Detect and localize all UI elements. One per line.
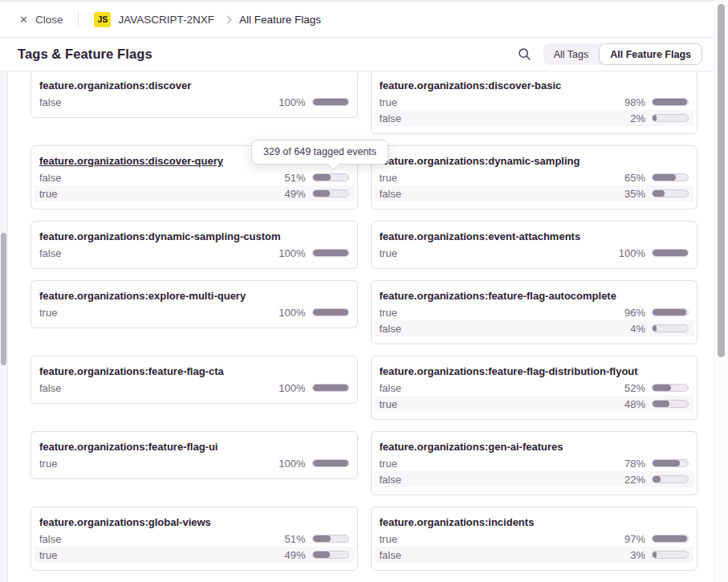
feature-flag-card: feature.organizations:feature-flag-autoc…: [371, 280, 698, 344]
flag-value-label: false: [380, 112, 614, 124]
close-icon: ✕: [19, 14, 28, 25]
feature-flag-card: feature.organizations:feature-flag-uitru…: [31, 431, 358, 479]
flag-value-percent: 100%: [274, 458, 306, 470]
right-scrollbar-track[interactable]: [714, 0, 728, 582]
flag-value-label: true: [39, 307, 274, 319]
flag-distribution-bar: [312, 98, 349, 106]
flag-distribution-bar: [652, 98, 689, 106]
chevron-right-icon: [224, 15, 232, 23]
flag-distribution-bar-fill: [653, 401, 669, 407]
flag-value-row: false2%: [375, 110, 694, 126]
feature-flag-name[interactable]: feature.organizations:feature-flag-autoc…: [380, 288, 689, 304]
feature-flag-name[interactable]: feature.organizations:discover-basic: [380, 78, 689, 94]
flag-distribution-bar: [652, 249, 689, 257]
flag-distribution-bar: [652, 173, 689, 181]
flag-value-row: true96%: [375, 304, 694, 320]
flag-value-label: true: [380, 247, 614, 259]
flag-distribution-bar: [312, 189, 349, 197]
feature-flag-name[interactable]: feature.organizations:discover: [39, 78, 349, 94]
flag-value-label: true: [39, 549, 274, 561]
flag-value-label: true: [380, 172, 614, 184]
left-scrollbar-thumb[interactable]: [1, 233, 6, 365]
flag-value-label: false: [380, 188, 614, 200]
feature-flag-name[interactable]: feature.organizations:gen-ai-features: [380, 439, 689, 455]
search-button[interactable]: [516, 46, 533, 63]
flag-value-label: true: [39, 188, 274, 200]
flag-distribution-bar: [312, 551, 349, 559]
flag-value-row: true98%: [375, 94, 694, 110]
right-scrollbar-thumb[interactable]: [718, 4, 725, 357]
flag-distribution-bar-fill: [313, 460, 348, 466]
flag-value-percent: 51%: [274, 172, 306, 184]
flag-value-label: true: [380, 307, 614, 319]
feature-flag-name[interactable]: feature.organizations:event-attachments: [380, 229, 689, 245]
close-button[interactable]: ✕ Close: [19, 14, 63, 26]
left-scrollbar-track[interactable]: [0, 72, 8, 582]
flag-distribution-bar-fill: [653, 99, 687, 105]
flag-distribution-bar-fill: [313, 535, 331, 542]
topbar-divider: [78, 10, 79, 28]
feature-flag-name[interactable]: feature.organizations:feature-flag-distr…: [380, 364, 689, 380]
feature-flag-card: feature.organizations:feature-flag-distr…: [371, 356, 698, 420]
flag-value-percent: 22%: [613, 474, 645, 486]
flag-value-row: true100%: [375, 245, 694, 261]
flag-value-label: false: [380, 549, 614, 561]
flag-distribution-bar: [652, 535, 689, 543]
javascript-platform-icon: JS: [94, 12, 111, 27]
feature-flag-card: feature.organizations:incidentstrue97%fa…: [371, 507, 698, 571]
flag-value-label: false: [380, 323, 614, 335]
feature-flag-name[interactable]: feature.organizations:feature-flag-ui: [39, 439, 349, 455]
flag-distribution-bar: [312, 308, 349, 316]
flag-value-row: true97%: [375, 531, 694, 547]
feature-flag-card: feature.organizations:event-attachmentst…: [371, 221, 698, 269]
flag-value-label: false: [380, 382, 614, 394]
search-icon: [518, 47, 531, 61]
flag-value-percent: 100%: [274, 382, 306, 394]
flag-value-label: false: [39, 247, 274, 259]
flag-value-row: false22%: [375, 471, 694, 487]
feature-flag-name[interactable]: feature.organizations:global-views: [39, 515, 349, 531]
flag-distribution-bar: [652, 189, 689, 197]
flag-value-percent: 35%: [613, 188, 645, 200]
flag-value-row: false51%: [35, 531, 354, 547]
flag-value-percent: 100%: [613, 247, 645, 259]
flag-value-row: true49%: [35, 185, 354, 201]
flag-distribution-bar-fill: [313, 174, 331, 181]
feature-flag-name[interactable]: feature.organizations:incidents: [380, 515, 689, 531]
breadcrumb-project[interactable]: JAVASCRIPT-2NXF: [118, 14, 214, 26]
flag-distribution-bar-fill: [313, 551, 331, 558]
flag-value-percent: 3%: [613, 549, 645, 561]
tab-all-feature-flags[interactable]: All Feature Flags: [599, 43, 702, 65]
flag-value-row: false35%: [375, 185, 694, 201]
flag-value-label: true: [380, 458, 614, 470]
feature-flag-card: feature.organizations:discoverfalse100%: [31, 72, 358, 118]
flag-value-row: true48%: [375, 396, 694, 412]
flag-distribution-bar-fill: [653, 250, 688, 256]
flag-value-percent: 2%: [613, 112, 645, 124]
flag-distribution-bar: [652, 324, 689, 332]
flag-value-label: true: [39, 458, 274, 470]
flag-distribution-bar-fill: [653, 476, 661, 482]
feature-flag-card: feature.organizations:global-viewsfalse5…: [31, 507, 358, 571]
flag-value-row: false100%: [35, 245, 354, 261]
flag-value-row: false100%: [35, 94, 354, 110]
feature-flag-card: feature.organizations:explore-multi-quer…: [31, 280, 358, 328]
feature-flag-name[interactable]: feature.organizations:feature-flag-cta: [39, 364, 349, 380]
feature-flag-name[interactable]: feature.organizations:dynamic-sampling-c…: [39, 229, 349, 245]
flag-value-percent: 49%: [274, 188, 306, 200]
feature-flag-name[interactable]: feature.organizations:explore-multi-quer…: [39, 288, 349, 304]
flag-value-percent: 78%: [613, 458, 645, 470]
tab-all-tags[interactable]: All Tags: [543, 43, 600, 65]
feature-flag-name[interactable]: feature.organizations:dynamic-sampling: [380, 153, 689, 169]
flag-value-percent: 100%: [274, 96, 306, 108]
flag-distribution-bar: [312, 535, 349, 543]
flag-distribution-bar-fill: [653, 551, 657, 558]
flag-value-percent: 97%: [613, 533, 645, 545]
flag-value-percent: 96%: [613, 307, 645, 319]
flag-value-row: false3%: [375, 547, 694, 563]
flag-value-percent: 100%: [274, 307, 306, 319]
flag-value-row: true100%: [35, 304, 354, 320]
flag-distribution-bar-fill: [653, 325, 657, 332]
flag-distribution-bar-fill: [313, 250, 348, 256]
flag-distribution-bar: [652, 308, 689, 316]
